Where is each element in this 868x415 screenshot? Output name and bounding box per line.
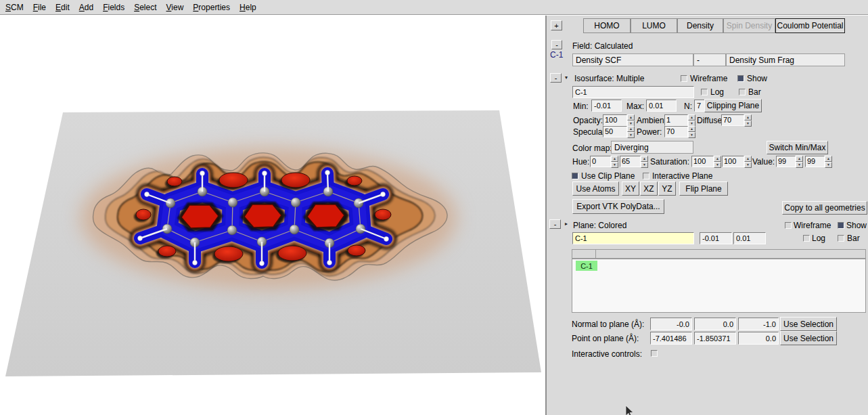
xy-button[interactable]: XY bbox=[622, 181, 639, 196]
spin-arrows[interactable]: ▲▼ bbox=[688, 114, 695, 126]
spin-arrows[interactable]: ▲▼ bbox=[627, 114, 635, 126]
spin-arrows[interactable]: ▲▼ bbox=[611, 156, 618, 167]
saturation-max-stepper[interactable]: 100▲▼ bbox=[722, 156, 752, 167]
collapse-plane-button[interactable]: - bbox=[549, 219, 561, 229]
switch-minmax-button[interactable]: Switch Min/Max bbox=[767, 141, 828, 154]
tab-lumo[interactable]: LUMO bbox=[631, 18, 677, 33]
field-operator-select[interactable]: - bbox=[693, 53, 726, 66]
field-select-left[interactable]: Density SCF bbox=[572, 53, 693, 66]
plane-min-input[interactable]: -0.01 bbox=[700, 232, 732, 244]
iso-bar-label[interactable]: Bar bbox=[748, 87, 761, 97]
menu-fields[interactable]: Fields bbox=[103, 1, 131, 14]
spin-arrows[interactable]: ▲▼ bbox=[796, 156, 803, 167]
viewport-3d[interactable] bbox=[0, 16, 545, 415]
normal-y-input[interactable]: 0.0 bbox=[694, 318, 736, 330]
saturation-min-stepper[interactable]: 100▲▼ bbox=[691, 156, 721, 167]
opacity-stepper[interactable]: 100▲▼ bbox=[603, 114, 635, 126]
diffuse-stepper[interactable]: 70▲▼ bbox=[721, 114, 752, 126]
tab-coulomb-potential[interactable]: Coulomb Potential bbox=[775, 18, 845, 33]
plane-expander-icon[interactable]: ▸ bbox=[565, 221, 568, 227]
tab-density[interactable]: Density bbox=[677, 18, 723, 33]
spin-arrows[interactable]: ▲▼ bbox=[825, 156, 832, 167]
use-clip-plane-label[interactable]: Use Clip Plane bbox=[581, 171, 635, 181]
plane-bar-checkbox[interactable] bbox=[838, 235, 844, 242]
iso-bar-checkbox[interactable] bbox=[739, 89, 746, 95]
saturation-label: Saturation: bbox=[650, 157, 689, 167]
add-field-button[interactable]: + bbox=[551, 20, 562, 30]
plane-list[interactable] bbox=[572, 259, 866, 313]
plane-wireframe-label[interactable]: Wireframe bbox=[794, 221, 831, 230]
interactive-plane-checkbox[interactable] bbox=[643, 173, 649, 179]
spin-arrows[interactable]: ▲▼ bbox=[641, 156, 648, 167]
menu-view[interactable]: View bbox=[166, 1, 190, 14]
colormap-select[interactable]: Diverging bbox=[611, 141, 693, 154]
iso-min-input[interactable]: -0.01 bbox=[591, 100, 622, 112]
menu-edit[interactable]: Edit bbox=[55, 1, 76, 14]
iso-show-label[interactable]: Show bbox=[747, 74, 767, 83]
plane-list-header bbox=[595, 249, 866, 259]
specular-stepper[interactable]: 50▲▼ bbox=[603, 126, 635, 137]
spin-arrows[interactable]: ▲▼ bbox=[688, 126, 695, 137]
plane-bar-label[interactable]: Bar bbox=[847, 234, 860, 243]
normal-z-input[interactable]: -1.0 bbox=[738, 318, 779, 330]
spin-arrows[interactable]: ▲▼ bbox=[714, 156, 721, 167]
menu-select[interactable]: Select bbox=[134, 1, 162, 14]
interactive-controls-checkbox[interactable] bbox=[651, 350, 658, 357]
plane-max-input[interactable]: 0.01 bbox=[733, 232, 766, 244]
iso-name-input[interactable]: C-1 bbox=[572, 86, 694, 98]
plane-show-checkbox[interactable] bbox=[838, 222, 844, 229]
menu-add[interactable]: Add bbox=[79, 1, 99, 14]
use-clip-plane-checkbox[interactable] bbox=[572, 173, 578, 179]
point-x-input[interactable]: -7.401486 bbox=[650, 332, 692, 345]
plane-name-input[interactable]: C-1 bbox=[572, 232, 694, 244]
power-label: Power: bbox=[637, 127, 662, 137]
iso-max-input[interactable]: 0.01 bbox=[646, 100, 677, 112]
spin-arrows[interactable]: ▲▼ bbox=[744, 114, 752, 126]
power-stepper[interactable]: 70▲▼ bbox=[664, 126, 695, 137]
export-vtk-button[interactable]: Export VTK PolyData... bbox=[572, 199, 664, 214]
ambient-stepper[interactable]: 1▲▼ bbox=[664, 114, 695, 126]
value-min-stepper[interactable]: 99▲▼ bbox=[776, 156, 803, 167]
plane-title: Plane: Colored bbox=[573, 221, 626, 230]
plane-log-checkbox[interactable] bbox=[803, 235, 810, 242]
iso-wireframe-checkbox[interactable] bbox=[681, 75, 687, 82]
plane-show-label[interactable]: Show bbox=[846, 221, 867, 230]
iso-wireframe-label[interactable]: Wireframe bbox=[690, 74, 727, 83]
menu-file[interactable]: File bbox=[33, 1, 52, 14]
menu-properties[interactable]: Properties bbox=[193, 1, 236, 14]
iso-n-label: N: bbox=[684, 102, 692, 111]
molecule-scene bbox=[0, 16, 545, 415]
menu-help[interactable]: Help bbox=[239, 1, 262, 14]
iso-log-label[interactable]: Log bbox=[710, 87, 724, 97]
use-selection-point-button[interactable]: Use Selection bbox=[780, 331, 837, 345]
spin-arrows[interactable]: ▲▼ bbox=[744, 156, 752, 167]
use-atoms-button[interactable]: Use Atoms bbox=[572, 181, 619, 196]
tab-homo[interactable]: HOMO bbox=[583, 18, 631, 33]
opacity-label: Opacity: bbox=[573, 116, 603, 125]
plane-list-item[interactable]: C-1 bbox=[576, 261, 597, 271]
yz-button[interactable]: YZ bbox=[658, 181, 676, 196]
collapse-field-button[interactable]: - bbox=[551, 40, 562, 49]
iso-show-checkbox[interactable] bbox=[737, 75, 744, 82]
flip-plane-button[interactable]: Flip Plane bbox=[679, 181, 728, 196]
hue-max-stepper[interactable]: 65▲▼ bbox=[620, 156, 648, 167]
plane-wireframe-checkbox[interactable] bbox=[785, 222, 792, 229]
clipping-plane-button[interactable]: Clipping Plane bbox=[704, 99, 762, 112]
spin-arrows[interactable]: ▲▼ bbox=[627, 126, 635, 137]
iso-log-checkbox[interactable] bbox=[701, 89, 708, 95]
point-y-input[interactable]: -1.850371 bbox=[694, 332, 736, 345]
normal-x-input[interactable]: -0.0 bbox=[650, 318, 692, 330]
interactive-controls-label: Interactive controls: bbox=[572, 349, 642, 359]
plane-log-label[interactable]: Log bbox=[812, 234, 825, 243]
xz-button[interactable]: XZ bbox=[640, 181, 658, 196]
menu-scm[interactable]: SCM bbox=[5, 1, 30, 14]
use-selection-normal-button[interactable]: Use Selection bbox=[780, 317, 837, 331]
isosurface-expander-icon[interactable]: ▾ bbox=[565, 75, 568, 81]
point-z-input[interactable]: 0.0 bbox=[738, 332, 779, 345]
interactive-plane-label[interactable]: Interactive Plane bbox=[652, 171, 712, 181]
copy-to-all-geometries-button[interactable]: Copy to all geometries bbox=[782, 201, 867, 215]
hue-min-stepper[interactable]: 0▲▼ bbox=[590, 156, 618, 167]
field-select-right[interactable]: Density Sum Frag bbox=[726, 53, 845, 66]
value-max-stepper[interactable]: 99▲▼ bbox=[805, 156, 832, 167]
collapse-isosurface-button[interactable]: - bbox=[550, 73, 562, 83]
